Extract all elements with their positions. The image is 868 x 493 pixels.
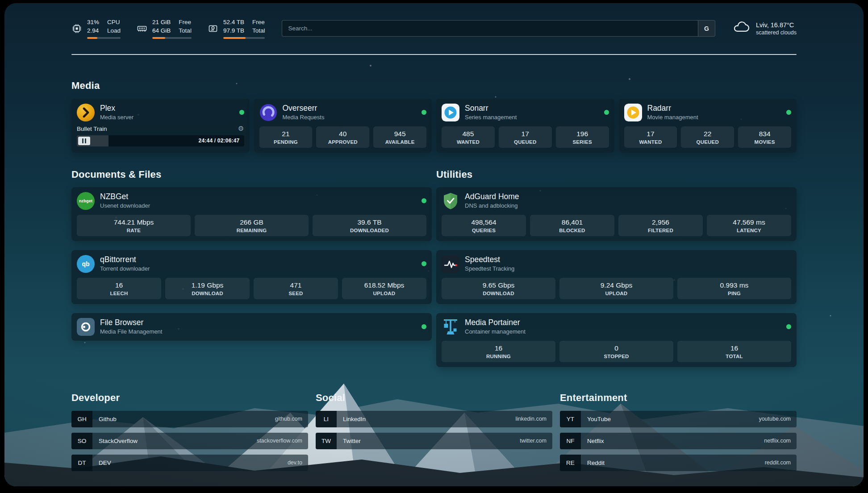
app-card-speedtest[interactable]: Speedtest Speedtest Tracking 9.65 Gbps D… <box>436 250 797 304</box>
stat-movies: 834 MOVIES <box>738 126 791 148</box>
stat-pending: 21 PENDING <box>259 126 313 148</box>
section-title-entertainment: Entertainment <box>560 392 797 404</box>
stat-upload: 618.52 Mbps UPLOAD <box>342 278 426 299</box>
app-card-adguard[interactable]: AdGuard Home DNS and adblocking 498,564 … <box>436 187 797 241</box>
memory-total: 64 GiB <box>152 27 171 35</box>
app-name: Overseerr <box>283 104 325 113</box>
bookmark-url: stackoverflow.com <box>257 438 302 444</box>
stat-running: 16 RUNNING <box>442 341 555 362</box>
disk-usage-widget: 52.4 TB Free 97.9 TB Total <box>208 18 265 39</box>
app-card-overseerr[interactable]: Overseerr Media Requests 21 PENDING 40 A… <box>254 99 432 153</box>
status-dot-online <box>421 110 426 115</box>
bookmark-twitter[interactable]: TW Twitter twitter.com <box>316 433 552 449</box>
now-playing-title: Bullet Train <box>77 125 107 132</box>
memory-progress-fill <box>152 37 165 39</box>
stat-seed: 471 SEED <box>254 278 338 299</box>
stat-stopped: 0 STOPPED <box>559 341 673 362</box>
memory-progress-bar <box>152 37 192 39</box>
bookmark-name: YouTube <box>587 416 611 422</box>
stat-latency: 47.569 ms LATENCY <box>707 215 791 236</box>
search-engine-button[interactable]: G <box>698 21 715 36</box>
app-card-qbittorrent[interactable]: qb qBittorrent Torrent downloader 16 LEE… <box>71 250 432 304</box>
app-card-sonarr[interactable]: Sonarr Series management 485 WANTED 17 Q… <box>436 99 614 153</box>
bookmark-url: twitter.com <box>520 438 547 444</box>
cpu-usage-widget: 31% CPU 2.94 Load <box>71 18 121 39</box>
filebrowser-icon <box>77 318 95 336</box>
section-title-utilities: Utilities <box>436 169 797 180</box>
cpu-icon <box>71 23 82 34</box>
search-bar: G <box>282 20 715 37</box>
bookmark-linkedin[interactable]: LI LinkedIn linkedin.com <box>316 411 552 427</box>
bookmark-github[interactable]: GH Github github.com <box>71 411 308 427</box>
bookmark-stackoverflow[interactable]: SO StackOverflow stackoverflow.com <box>71 433 308 449</box>
stat-series: 196 SERIES <box>556 126 609 148</box>
status-dot-online <box>604 110 609 115</box>
section-title-documents: Documents & Files <box>71 169 432 180</box>
stat-rate: 744.21 Mbps RATE <box>77 215 191 236</box>
app-desc: Media File Management <box>100 328 162 335</box>
stat-ping: 0.993 ms PING <box>677 278 791 299</box>
nzbget-icon: nzbget <box>77 192 95 210</box>
app-card-radarr[interactable]: Radarr Movie management 17 WANTED 22 QUE… <box>619 99 797 153</box>
memory-label-1: Free <box>179 18 192 26</box>
disk-icon <box>208 23 218 34</box>
app-card-filebrowser[interactable]: File Browser Media File Management <box>71 313 432 341</box>
app-desc: DNS and adblocking <box>465 202 519 209</box>
app-desc: Media Requests <box>283 114 325 121</box>
cpu-progress-fill <box>87 37 97 39</box>
top-bar: 31% CPU 2.94 Load <box>71 18 797 39</box>
app-card-portainer[interactable]: Media Portainer Container management 16 … <box>436 313 797 367</box>
stat-blocked: 86,401 BLOCKED <box>530 215 614 236</box>
stat-available: 945 AVAILABLE <box>373 126 426 148</box>
app-name: Speedtest <box>465 255 514 264</box>
bookmark-dev[interactable]: DT DEV dev.to <box>71 455 308 471</box>
memory-label-2: Total <box>179 27 192 35</box>
disk-free: 52.4 TB <box>223 18 244 26</box>
app-card-plex[interactable]: Plex Media server Bullet Train ⚙ 24:44 /… <box>71 99 250 153</box>
gear-icon[interactable]: ⚙ <box>238 125 244 132</box>
bookmark-youtube[interactable]: YT YouTube youtube.com <box>560 411 797 427</box>
documents-column: Documents & Files nzbget NZBGet Usenet d… <box>71 169 432 341</box>
disk-progress-fill <box>223 37 246 39</box>
cpu-label-2: Load <box>107 27 121 35</box>
app-desc: Torrent downloader <box>100 265 150 272</box>
stat-remaining: 266 GB REMAINING <box>195 215 309 236</box>
search-input[interactable] <box>282 20 715 37</box>
app-name: Plex <box>100 104 134 113</box>
bookmark-name: Netflix <box>587 438 604 444</box>
overseerr-icon <box>259 104 277 121</box>
bookmark-abbr: DT <box>71 455 92 471</box>
bookmark-group-social: Social LI LinkedIn linkedin.com TW Twitt… <box>316 392 552 476</box>
app-name: AdGuard Home <box>465 192 519 201</box>
app-desc: Series management <box>465 114 517 121</box>
weather-location-temp: Lviv, 16.87°C <box>756 21 797 29</box>
bookmark-netflix[interactable]: NF Netflix netflix.com <box>560 433 797 449</box>
bookmark-abbr: TW <box>316 433 337 449</box>
section-title-media: Media <box>71 80 797 92</box>
weather-condition: scattered clouds <box>756 29 797 36</box>
section-title-social: Social <box>316 392 552 404</box>
bookmark-abbr: YT <box>560 411 581 427</box>
bookmark-reddit[interactable]: RE Reddit reddit.com <box>560 455 797 471</box>
stat-queued: 22 QUEUED <box>681 126 734 148</box>
memory-free: 21 GiB <box>152 18 171 26</box>
bookmark-name: LinkedIn <box>343 416 366 422</box>
stat-upload: 9.24 Gbps UPLOAD <box>559 278 673 299</box>
app-name: File Browser <box>100 318 162 327</box>
stat-approved: 40 APPROVED <box>316 126 369 148</box>
memory-usage-widget: 21 GiB Free 64 GiB Total <box>137 18 192 39</box>
system-stats: 31% CPU 2.94 Load <box>71 18 265 39</box>
ram-icon <box>137 23 147 34</box>
status-dot-online <box>421 198 426 203</box>
app-name: qBittorrent <box>100 255 150 264</box>
app-card-nzbget[interactable]: nzbget NZBGet Usenet downloader 744.21 M… <box>71 187 432 241</box>
app-name: NZBGet <box>100 192 150 201</box>
pause-button[interactable] <box>78 137 90 145</box>
sonarr-icon <box>442 104 459 121</box>
status-dot-online <box>786 110 791 115</box>
app-desc: Media server <box>100 114 134 121</box>
bookmark-url: dev.to <box>288 460 302 466</box>
playback-progress-bar[interactable]: 24:44 / 02:06:47 <box>77 135 244 146</box>
utilities-column: Utilities AdGuard Home <box>436 169 797 367</box>
status-dot-online <box>421 261 426 266</box>
